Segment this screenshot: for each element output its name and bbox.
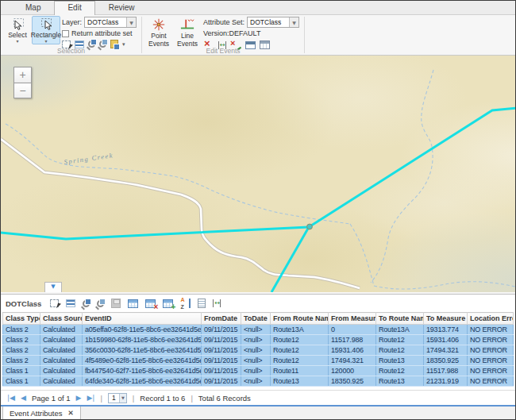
column-header[interactable]: FromDate (202, 313, 241, 325)
form-view-icon[interactable] (198, 299, 206, 308)
selection-group-label: Selection (1, 47, 141, 55)
selection-list-icon[interactable] (66, 299, 75, 307)
table-cell: Route13 (271, 376, 329, 387)
table-row[interactable]: Class 2Calculated1b159980-62f8-11e5-8bc6… (3, 335, 514, 345)
table-cell: 11517.988 (329, 335, 376, 345)
last-page-icon[interactable]: ▶| (87, 394, 94, 402)
table-cell: Calculated (40, 376, 83, 387)
pagination-separator: | (191, 394, 192, 403)
table-cell: 09/11/2015 (202, 335, 241, 345)
panel-toolbar: DOTClass (1, 295, 516, 312)
layer-label: Layer: (62, 18, 82, 26)
table-cell: Calculated (40, 366, 83, 376)
chevron-down-icon[interactable]: ▼ (289, 17, 298, 27)
column-header[interactable]: From Measure (329, 313, 376, 325)
rectangle-tool-caret-icon[interactable]: ▾ (44, 39, 47, 43)
table-cell: 17494.321 (424, 345, 468, 356)
map-graphics: Spring Creek (1, 56, 516, 292)
column-header[interactable]: To Route Name (376, 313, 424, 325)
line-events-button[interactable]: Line Events (173, 16, 202, 49)
record-range-text: Record 1 to 6 (140, 394, 185, 403)
table-cell: 64fde340-62f8-11e5-8bc6-ee32641d5ec9 (83, 376, 202, 387)
table-cell: 09/11/2015 (202, 345, 241, 356)
table-cell: 09/11/2015 (202, 356, 241, 366)
table-cell: Route12 (271, 345, 329, 356)
column-header[interactable]: To Measure (424, 313, 468, 325)
rectangle-tool-button[interactable]: Rectangle ▾ (32, 16, 60, 44)
select-tool-button[interactable]: Select ▾ (3, 16, 32, 44)
table-cell: Calculated (40, 325, 83, 335)
panel-toolbar-icons (50, 299, 221, 308)
version-label: Version:DEFAULT (203, 29, 260, 37)
tab-map[interactable]: Map (12, 1, 54, 14)
chevron-down-icon[interactable]: ▼ (126, 17, 136, 27)
add-records-icon[interactable] (163, 299, 173, 308)
column-header[interactable]: Location Error (468, 313, 514, 325)
table-cell: Class 2 (3, 356, 40, 366)
table-row[interactable]: Class 2Calculated356c0030-62f8-11e5-8bc6… (3, 345, 514, 356)
ribbon: Select ▾ Rectangle ▾ Layer: DOTClass ▼ (1, 15, 515, 56)
table-cell: 11517.988 (424, 366, 468, 376)
table-cell: Route12 (376, 335, 424, 345)
map-canvas[interactable]: Spring Creek + − ▼ (1, 56, 516, 292)
tab-review[interactable]: Review (95, 1, 148, 14)
table-cell: Route12 (376, 366, 424, 376)
layer-dropdown[interactable]: DOTClass ▼ (84, 17, 137, 28)
table-cell: Route12 (271, 335, 329, 345)
zoom-to-selection-icon[interactable] (83, 300, 90, 307)
selection-group: Select ▾ Rectangle ▾ Layer: DOTClass ▼ (1, 15, 141, 55)
panel-title: DOTClass (6, 299, 41, 308)
table-row[interactable]: Class 2Calculateda05effa0-62f8-11e5-8bc6… (3, 325, 514, 335)
column-header[interactable]: From Route Name (271, 313, 329, 325)
route-line-northeast (309, 108, 516, 227)
first-page-icon[interactable]: |◀ (7, 394, 15, 402)
table-row[interactable]: Class 1Calculated64fde340-62f8-11e5-8bc6… (3, 376, 514, 387)
zoom-in-button[interactable]: + (13, 67, 32, 83)
tab-edit[interactable]: Edit (54, 1, 94, 15)
edit-events-controls: Attribute Set: DOTClass ▼ Version:DEFAUL… (202, 16, 301, 51)
table-row[interactable]: Class 2Calculated4f5489e0-62f8-11e5-8bc6… (3, 356, 514, 366)
group-separator (304, 17, 305, 53)
select-by-rectangle-icon[interactable] (50, 299, 59, 307)
table-cell: fb447540-62f7-11e5-8bc6-ee32641d5ec9 (83, 366, 202, 376)
previous-page-icon[interactable]: ◀ (21, 394, 26, 402)
attribute-table-icon[interactable] (128, 299, 138, 308)
next-page-icon[interactable]: ▶ (76, 394, 82, 402)
tab-event-attributes[interactable]: Event Attributes ✕ (2, 407, 81, 420)
chevron-down-icon[interactable]: ▼ (119, 394, 126, 403)
table-cell: NO ERROR (468, 356, 514, 366)
close-icon[interactable]: ✕ (68, 409, 74, 417)
edit-events-group-label: Edit Events (142, 47, 304, 55)
remove-records-icon[interactable] (145, 299, 156, 308)
column-header[interactable]: ToDate (241, 313, 271, 325)
table-cell: <null> (241, 335, 271, 345)
pagination-separator: | (133, 394, 134, 403)
table-cell: NO ERROR (468, 335, 514, 345)
table-cell: <null> (241, 325, 271, 335)
table-cell: NO ERROR (468, 376, 514, 387)
panel-collapse-button[interactable]: ▼ (44, 282, 62, 292)
column-header[interactable]: EventID (83, 313, 202, 325)
pan-to-selection-icon[interactable] (97, 300, 104, 307)
table-row[interactable]: Class 1Calculatedfb447540-62f7-11e5-8bc6… (3, 366, 514, 376)
sort-icon[interactable] (180, 299, 191, 308)
attribute-set-dropdown[interactable]: DOTClass ▼ (247, 17, 299, 28)
zoom-out-button[interactable]: − (13, 83, 32, 98)
route-line-west (1, 227, 309, 239)
return-attribute-set-checkbox[interactable] (62, 30, 69, 37)
page-number-dropdown[interactable]: 1 ▼ (108, 393, 127, 403)
select-tool-caret-icon[interactable]: ▾ (16, 39, 18, 43)
event-attributes-panel: DOTClass Class TypeClass SourceEventIDFr… (1, 294, 516, 420)
table-cell: 18350.925 (424, 356, 468, 366)
table-cell: Calculated (40, 345, 83, 356)
column-header[interactable]: Class Source (40, 313, 83, 325)
column-header[interactable]: Class Type (3, 313, 40, 325)
point-events-button[interactable]: Point Events (144, 16, 173, 49)
event-editor-window: MapEditReview Select ▾ Rectangle ▾ (0, 0, 516, 420)
save-icon[interactable] (111, 299, 121, 308)
route-junction-marker[interactable] (307, 224, 313, 229)
measure-offset-icon[interactable] (213, 299, 221, 307)
pagination-separator: | (100, 394, 102, 403)
table-cell: Route11 (271, 366, 329, 376)
table-cell: Class 2 (3, 325, 40, 335)
